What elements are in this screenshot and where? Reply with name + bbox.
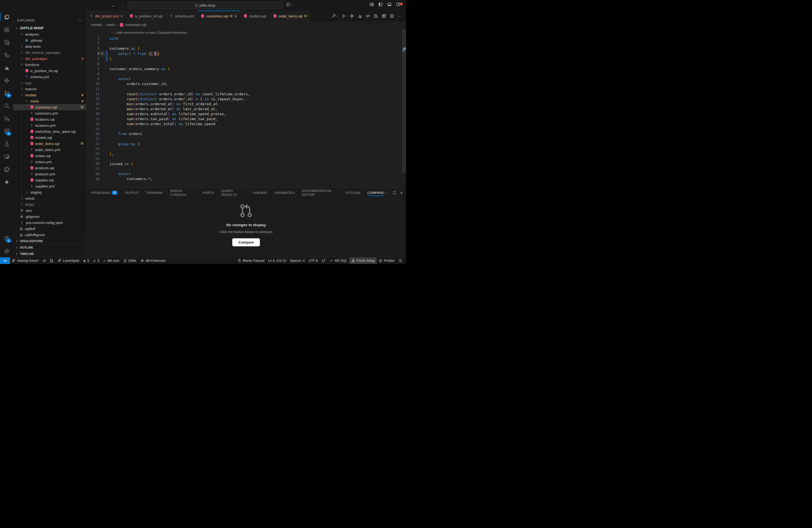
activity-extensions-icon[interactable]: 1 (0, 125, 13, 137)
command-center-search[interactable]: jaffle-shop (128, 2, 283, 9)
altimate-scan-icon[interactable] (358, 14, 362, 18)
code-line-28[interactable]: 28 select (86, 172, 402, 176)
status-dbt-core[interactable]: ✓dbt core (101, 258, 121, 264)
code-line-14[interactable]: 14 min(orders.ordered_at) as first_order… (86, 101, 402, 106)
tree-item-macros[interactable]: macros (13, 86, 86, 92)
codelens-actions[interactable]: ··· | Add documentation or tests | Datap… (112, 31, 402, 34)
tree-item-is-positive-int-sql[interactable]: is_positive_int.sql (13, 68, 86, 74)
status-sync[interactable]: ⟳ (41, 258, 48, 264)
tree-item-metricflow-time-spine-sql[interactable]: metricflow_time_spine.sql (13, 128, 86, 134)
tree-item-supplies-yml[interactable]: ! supplies.yml (13, 183, 86, 189)
layout-customize-icon[interactable] (369, 2, 374, 6)
status-remote[interactable]: >< (0, 258, 10, 264)
activity-dbt-icon[interactable] (0, 74, 13, 87)
activity-explorer-icon[interactable] (0, 11, 13, 23)
code-line-13[interactable]: 13 count(distinct orders.order_id) > 1 a… (86, 97, 402, 101)
sidebar-section-outline[interactable]: OUTLINE (13, 244, 86, 250)
code-line-3[interactable]: 3customers as ( (86, 46, 402, 51)
tree-item-sqlfluffignore[interactable]: .sqlfluffignore (13, 232, 86, 238)
code-line-19[interactable]: 19 (86, 127, 402, 131)
status-bell[interactable] (396, 258, 404, 264)
tree-item-locations-sql[interactable]: locations.sql (13, 116, 86, 122)
tab-customers-sql[interactable]: customers.sqlM× (198, 11, 240, 21)
status-defer[interactable]: Defer (121, 258, 139, 264)
activity-dbt-lineage-icon[interactable] (0, 23, 13, 36)
tree-item-schema-yml[interactable]: ! schema.yml (13, 74, 86, 80)
activity-dbt-power-user-icon[interactable] (0, 176, 13, 188)
code-line-24[interactable]: 24), (86, 151, 402, 156)
activity-settings-icon[interactable] (0, 245, 13, 258)
more-actions-icon[interactable]: ⋯ (78, 18, 82, 23)
activity-gitlens-inspect-icon[interactable] (0, 36, 13, 48)
code-line-10[interactable]: 10 orders.customer_id, (86, 82, 402, 86)
status-lf[interactable]: LF (320, 258, 328, 264)
panel-tab-ports[interactable]: PORTS (203, 188, 214, 197)
breadcrumb-marts[interactable]: marts (106, 23, 115, 27)
activity-testing-icon[interactable] (0, 137, 13, 150)
build-tool-icon[interactable]: ∨ (331, 14, 338, 18)
code-editor[interactable]: ··· | Add documentation or tests | Datap… (86, 28, 402, 188)
code-line-29[interactable]: 29 customers.*, (86, 176, 402, 181)
tree-item-target[interactable]: target (13, 201, 86, 207)
tree-item-gitkeep[interactable]: .gitkeep (13, 37, 86, 43)
status-utf-8[interactable]: UTF-8 (307, 258, 320, 264)
tree-item-analyses[interactable]: analyses (13, 31, 86, 37)
status-5[interactable]: ⊗5 (81, 258, 91, 264)
activity-hierarchy-icon[interactable] (0, 48, 13, 61)
code-line-17[interactable]: 17 sum(orders.tax_paid) as lifetime_tax_… (86, 117, 402, 121)
code-line-15[interactable]: 15 max(orders.ordered_at) as last_ordere… (86, 106, 402, 111)
sidebar-section-timeline[interactable]: TIMELINE (13, 250, 86, 257)
run-icon[interactable] (342, 14, 346, 18)
tab-schema-yml[interactable]: !schema.yml (166, 11, 197, 21)
panel-tab-datamates[interactable]: DATAMATES (275, 188, 294, 197)
tree-root-jaffle-shop[interactable]: JAFFLE-SHOP (13, 25, 86, 31)
status-mwong-fusion[interactable]: mwong-fusion* (10, 258, 41, 264)
breadcrumb-customers-sql[interactable]: customers.sql (125, 23, 146, 27)
status-dbt-extension[interactable]: dbt Extension (139, 258, 168, 264)
tree-item-staging[interactable]: staging (13, 189, 86, 195)
tree-item-locations-yml[interactable]: ! locations.yml (13, 122, 86, 128)
code-line-9[interactable]: 9 select (86, 76, 402, 82)
tree-item-dbt-packages[interactable]: dbt_packages (13, 56, 86, 62)
status-prettier[interactable]: Prettier (377, 258, 396, 264)
activity-run-debug-icon[interactable] (0, 112, 13, 125)
tree-item-models[interactable]: models (13, 92, 86, 98)
tree-item-models-sql[interactable]: models.sql (13, 134, 86, 141)
code-line-16[interactable]: 16 sum(orders.subtotal) as lifetime_spen… (86, 111, 402, 116)
tab-models-sql[interactable]: models.sql (240, 11, 270, 21)
breadcrumb[interactable]: models›marts›customers.sql (86, 21, 406, 28)
status-ms-sql[interactable]: MS SQL (328, 258, 349, 264)
status-spaces-4[interactable]: Spaces: 4 (288, 258, 307, 264)
panel-tab-terminal[interactable]: TERMINAL (146, 188, 163, 197)
tree-item-customers-sql[interactable]: customers.sql M (13, 104, 86, 110)
more-actions-icon[interactable]: ··· (398, 14, 402, 18)
panel-tab-debug-console[interactable]: DEBUG CONSOLE (170, 188, 195, 197)
tree-item-orders-yml[interactable]: ! orders.yml (13, 159, 86, 165)
tree-item-logs[interactable]: logs (13, 80, 86, 86)
code-line-18[interactable]: 18 sum(orders.order_total) as lifetime_s… (86, 121, 402, 127)
close-icon[interactable]: × (400, 190, 403, 195)
tab-order-items-sql[interactable]: order_items.sqlM (270, 11, 310, 21)
code-line-22[interactable]: 22 group by 1 (86, 142, 402, 146)
back-arrow-icon[interactable]: ← (112, 3, 116, 8)
activity-remote-explorer-icon[interactable] (0, 150, 13, 163)
dbt-cancel-icon[interactable] (350, 14, 354, 18)
tree-item-data-tests[interactable]: data-tests (13, 43, 86, 49)
sidebar-section-open-editors[interactable]: OPEN EDITORS (13, 238, 86, 244)
panel-tab-query-results[interactable]: QUERY RESULTS (221, 188, 246, 197)
panel-tab-compare[interactable]: COMPARE (367, 188, 384, 197)
status-ln-4-col-22[interactable]: Ln 4, Col 22 (266, 258, 288, 264)
code-line-23[interactable]: 23 (86, 146, 402, 151)
tree-item-customers-yml[interactable]: ! customers.yml (13, 110, 86, 116)
split-editor-icon[interactable] (390, 14, 394, 18)
code-preview-icon[interactable] (366, 14, 370, 18)
overview-ruler[interactable] (402, 28, 406, 188)
tree-item-gitignore[interactable]: .gitignore (13, 214, 86, 220)
add-action-button[interactable]: + (100, 52, 105, 56)
code-line-1[interactable]: 1with (86, 36, 402, 41)
panel-tab-documentation-editor[interactable]: DOCUMENTATION EDITOR (302, 188, 338, 197)
code-line-11[interactable]: 11 (86, 86, 402, 91)
tree-item-marts[interactable]: marts (13, 98, 86, 104)
status-launchpad[interactable]: Launchpad (56, 258, 81, 264)
status-git-compare[interactable] (48, 258, 56, 264)
